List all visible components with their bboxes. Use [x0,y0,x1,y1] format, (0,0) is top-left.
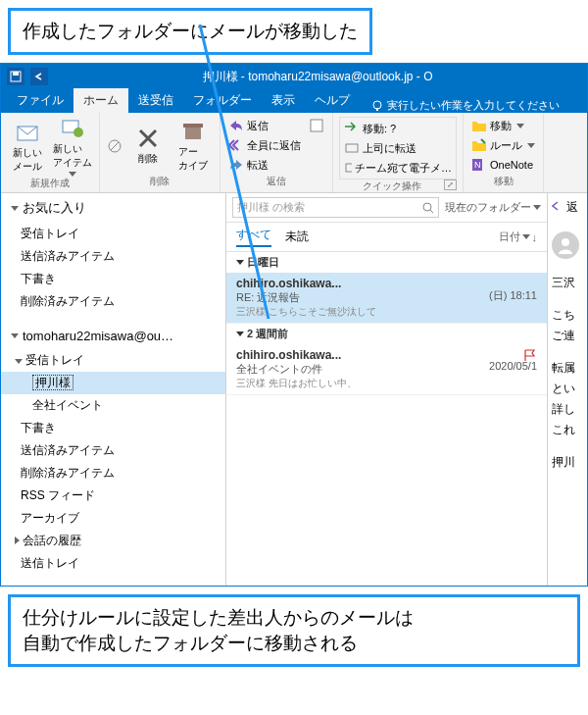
reading-text: 押川 [552,454,583,471]
window-title: 押川様 - tomoharu22misawa@outlook.jp - O [48,69,587,85]
delete-x-icon [136,127,160,150]
svg-point-17 [423,203,431,211]
nav-inbox[interactable]: 受信トレイ [1,349,225,372]
onenote-icon: N [471,157,487,173]
nav-rss[interactable]: RSS フィード [1,485,225,507]
undo-icon[interactable] [30,68,48,85]
message-item-2[interactable]: chihiro.oshikawa... 全社イベントの件 三沢様 先日はお忙しい… [226,344,547,395]
reply-all-icon [228,137,244,153]
sort-dropdown[interactable]: 日付 ↓ [499,230,538,244]
nav-archive[interactable]: アーカイブ [1,507,225,530]
svg-rect-4 [376,108,378,111]
reply-button-reading[interactable]: 返 [552,199,583,216]
move-arrow-icon [344,121,360,136]
reading-text: こち [552,307,583,324]
nav-sent[interactable]: 送信済みアイテム [1,439,225,462]
delete-button[interactable]: 削除 [127,117,169,175]
reading-text: ご連 [552,328,583,344]
svg-line-18 [430,210,433,213]
tab-file[interactable]: ファイル [7,88,74,113]
tab-help[interactable]: ヘルプ [305,88,360,113]
to-manager-button[interactable]: 上司に転送 [342,139,454,157]
forward-icon [228,157,244,173]
tab-send-receive[interactable]: 送受信 [128,88,183,113]
search-input[interactable]: 押川様 の検索 [232,197,439,218]
tab-folder[interactable]: フォルダー [183,88,262,113]
msg-date: (日) 18:11 [489,288,537,303]
svg-line-9 [111,142,119,150]
rules-icon [471,137,487,153]
nav-inbox-fav[interactable]: 受信トレイ [1,223,225,245]
nav-oshikawa-folder[interactable]: 押川様 [1,372,225,394]
message-group-sunday[interactable]: 日曜日 [226,252,547,273]
group-quick-label: クイック操作 ⤢ [339,179,457,193]
new-mail-button[interactable]: 新しい メール [7,117,48,177]
svg-text:N: N [474,160,481,170]
reading-text: とい [552,381,583,397]
message-item-1[interactable]: chihiro.oshikawa... RE: 近況報告 三沢様 こちらこそご無… [226,273,547,324]
onenote-button[interactable]: N OneNote [469,156,537,174]
title-bar: 押川様 - tomoharu22misawa@outlook.jp - O [1,64,587,89]
svg-rect-13 [346,144,358,152]
avatar-icon [552,231,579,259]
group-respond-label: 返信 [226,175,326,188]
svg-point-3 [373,101,381,109]
reading-pane: 返 三沢 こち ご連 転属 とい 詳し これ 押川 [548,193,587,586]
group-new-label: 新規作成 [7,177,93,190]
svg-rect-14 [346,164,352,172]
reading-text: 転属 [552,360,583,377]
ribbon-tabs: ファイル ホーム 送受信 フォルダー 表示 ヘルプ 実行したい作業を入力してくだ… [1,89,587,113]
save-icon[interactable] [7,68,24,85]
nav-deleted-fav[interactable]: 削除済みアイテム [1,290,225,313]
ribbon: 新しい メール 新しい アイテム 新規作成 削除 [1,113,587,193]
mail-icon [16,121,39,144]
svg-point-19 [562,238,569,246]
nav-drafts[interactable]: 下書き [1,417,225,439]
reading-text: これ [552,422,583,438]
new-item-button[interactable]: 新しい アイテム [52,117,93,177]
meeting-icon [309,118,324,133]
reading-text: 詳し [552,401,583,418]
search-icon [422,202,434,214]
annotation-bottom: 仕分けルールに設定した差出人からのメールは 自動で作成したフォルダーに移動される [8,594,580,667]
tab-home[interactable]: ホーム [74,88,128,113]
meeting-button[interactable] [307,117,326,134]
favorites-header[interactable]: お気に入り [1,193,225,223]
svg-point-7 [74,128,83,137]
msg-preview: 三沢様 こちらこそご無沙汰して [236,305,537,319]
group-move-label: 移動 [469,175,537,188]
nav-sent-fav[interactable]: 送信済みアイテム [1,245,225,268]
reading-text: 三沢 [552,275,583,291]
ignore-icon [107,138,122,154]
archive-button[interactable]: アー カイブ [172,117,214,175]
to-manager-icon [344,140,360,156]
nav-outbox[interactable]: 送信トレイ [1,552,225,575]
search-scope-dropdown[interactable]: 現在のフォルダー [445,200,541,215]
tell-me-search[interactable]: 実行したい作業を入力してください [371,98,560,113]
move-button[interactable]: 移動 [469,117,537,134]
nav-all-company[interactable]: 全社イベント [1,394,225,417]
navigation-pane: お気に入り 受信トレイ 送信済みアイテム 下書き 削除済みアイテム tomoha… [1,193,226,586]
ignore-button[interactable] [106,117,123,175]
team-mail-button[interactable]: チーム宛て電子メ… [342,159,454,177]
reply-icon [228,118,244,133]
archive-icon [181,120,205,143]
quick-move-button[interactable]: 移動: ? [342,120,454,137]
msg-date: 2020/05/1 [489,360,537,372]
account-header[interactable]: tomoharu22misawa@ou… [1,323,225,349]
reply-all-button[interactable]: 全員に返信 [226,136,303,154]
nav-drafts-fav[interactable]: 下書き [1,268,225,290]
reply-button[interactable]: 返信 [226,117,303,134]
nav-deleted[interactable]: 削除済みアイテム [1,462,225,485]
forward-button[interactable]: 転送 [226,156,303,174]
tab-view[interactable]: 表示 [262,88,305,113]
rules-button[interactable]: ルール [469,136,537,154]
message-group-2weeks[interactable]: 2 週間前 [226,324,547,344]
content-area: お気に入り 受信トレイ 送信済みアイテム 下書き 削除済みアイテム tomoha… [1,193,587,586]
filter-unread[interactable]: 未読 [285,229,309,245]
nav-conv-history[interactable]: 会話の履歴 [1,530,225,552]
reply-icon [552,201,564,211]
msg-preview: 三沢様 先日はお忙しい中、 [236,377,537,390]
filter-all[interactable]: すべて [236,227,271,247]
new-item-icon [61,117,84,140]
